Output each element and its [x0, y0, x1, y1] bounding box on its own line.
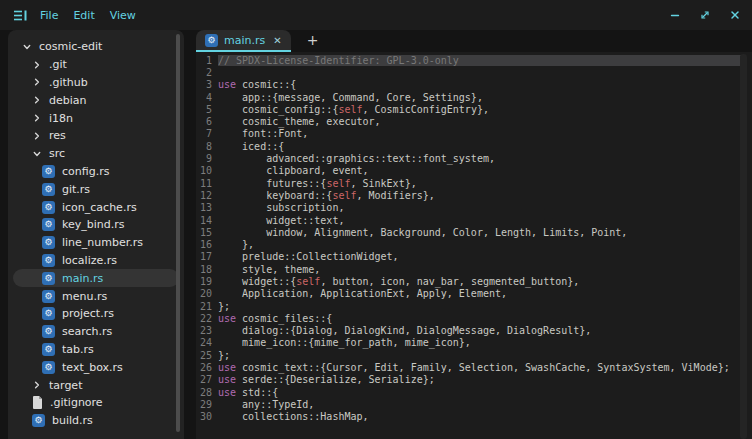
- tree-file-main.rs[interactable]: ⚙main.rs: [13, 269, 179, 287]
- line-number: 18: [198, 264, 212, 275]
- code-line[interactable]: 23 dialog::{Dialog, DialogKind, DialogMe…: [198, 325, 742, 337]
- line-number: 12: [198, 190, 212, 201]
- menu-edit[interactable]: Edit: [73, 9, 94, 22]
- line-number: 5: [198, 104, 212, 115]
- code-line[interactable]: 4 app::{message, Command, Core, Settings…: [198, 91, 742, 103]
- toggle-sidebar-icon[interactable]: [12, 8, 28, 22]
- rust-file-icon: ⚙: [205, 34, 218, 47]
- code-line[interactable]: 29 any::TypeId,: [198, 398, 742, 410]
- line-number: 13: [198, 202, 212, 213]
- tree-file-icon_cache.rs[interactable]: ⚙icon_cache.rs: [13, 198, 179, 216]
- line-number: 24: [198, 337, 212, 348]
- tree-file-search.rs[interactable]: ⚙search.rs: [13, 323, 179, 341]
- rust-file-icon: ⚙: [42, 236, 55, 249]
- line-content: use cosmic::{: [218, 79, 742, 90]
- code-line[interactable]: 22use cosmic_files::{: [198, 312, 742, 324]
- line-number: 14: [198, 215, 212, 226]
- tree-file-localize.rs[interactable]: ⚙localize.rs: [13, 252, 179, 270]
- tab-close-icon[interactable]: ✕: [273, 35, 281, 46]
- line-number: 22: [198, 313, 212, 324]
- tree-file-menu.rs[interactable]: ⚙menu.rs: [13, 287, 179, 305]
- tree-file-config.rs[interactable]: ⚙config.rs: [13, 163, 179, 181]
- line-content: futures::{self, SinkExt},: [218, 178, 742, 189]
- chevron-down-icon: [22, 42, 32, 52]
- line-content: };: [218, 301, 742, 312]
- tree-file-project.rs[interactable]: ⚙project.rs: [13, 305, 179, 323]
- code-line[interactable]: 12 keyboard::{self, Modifiers},: [198, 189, 742, 201]
- line-content: iced::{: [218, 141, 742, 152]
- menu-view[interactable]: View: [110, 9, 136, 22]
- tree-folder-.github[interactable]: .github: [13, 74, 179, 92]
- chevron-down-icon: [32, 149, 42, 159]
- tree-file-line_number.rs[interactable]: ⚙line_number.rs: [13, 234, 179, 252]
- tree-file-build.rs[interactable]: ⚙build.rs: [13, 412, 179, 430]
- code-line[interactable]: 15 window, Alignment, Background, Color,…: [198, 226, 742, 238]
- editor[interactable]: 1// SPDX-License-Identifier: GPL-3.0-onl…: [196, 52, 752, 439]
- line-content: mime_icon::{mime_for_path, mime_icon},: [218, 337, 742, 348]
- line-content: app::{message, Command, Core, Settings},: [218, 92, 742, 103]
- line-number: 28: [198, 387, 212, 398]
- code-line[interactable]: 9 advanced::graphics::text::font_system,: [198, 152, 742, 164]
- code-line[interactable]: 19 widget::{self, button, icon, nav_bar,…: [198, 275, 742, 287]
- tree-folder-debian[interactable]: debian: [13, 91, 179, 109]
- tree-file-text_box.rs[interactable]: ⚙text_box.rs: [13, 358, 179, 376]
- line-number: 27: [198, 374, 212, 385]
- file-tree: cosmic-edit.git.githubdebiani18nressrc⚙c…: [8, 38, 184, 430]
- code-line[interactable]: 14 widget::text,: [198, 214, 742, 226]
- tree-folder-target[interactable]: target: [13, 376, 179, 394]
- code-line[interactable]: 20 Application, ApplicationExt, Apply, E…: [198, 288, 742, 300]
- line-number: 9: [198, 153, 212, 164]
- tree-folder-src[interactable]: src: [13, 145, 179, 163]
- line-content: use cosmic_text::{Cursor, Edit, Family, …: [218, 362, 742, 373]
- line-number: 7: [198, 128, 212, 139]
- tree-folder-cosmic-edit[interactable]: cosmic-edit: [13, 38, 179, 56]
- tree-file-git.rs[interactable]: ⚙git.rs: [13, 180, 179, 198]
- line-content: cosmic_config::{self, CosmicConfigEntry}…: [218, 104, 742, 115]
- rust-file-icon: ⚙: [42, 201, 55, 214]
- code-line[interactable]: 2: [198, 66, 742, 78]
- tree-item-label: tab.rs: [62, 343, 94, 356]
- close-button[interactable]: [728, 8, 742, 22]
- code-line[interactable]: 16 },: [198, 238, 742, 250]
- document-icon: [32, 396, 43, 409]
- line-number: 15: [198, 227, 212, 238]
- tree-file-tab.rs[interactable]: ⚙tab.rs: [13, 341, 179, 359]
- line-number: 30: [198, 411, 212, 422]
- code-line[interactable]: 7 font::Font,: [198, 128, 742, 140]
- rust-file-icon: ⚙: [32, 414, 45, 427]
- new-tab-button[interactable]: +: [307, 30, 319, 52]
- line-content: cosmic_theme, executor,: [218, 116, 742, 127]
- line-number: 25: [198, 350, 212, 361]
- tree-file-key_bind.rs[interactable]: ⚙key_bind.rs: [13, 216, 179, 234]
- editor-pane: ⚙ main.rs ✕ + 1// SPDX-License-Identifie…: [196, 30, 752, 439]
- tab-main-rs[interactable]: ⚙ main.rs ✕: [196, 30, 291, 52]
- maximize-button[interactable]: [698, 8, 712, 22]
- code-line[interactable]: 11 futures::{self, SinkExt},: [198, 177, 742, 189]
- code-line[interactable]: 30 collections::HashMap,: [198, 411, 742, 423]
- code-line[interactable]: 3use cosmic::{: [198, 79, 742, 91]
- code-line[interactable]: 8 iced::{: [198, 140, 742, 152]
- menu-file[interactable]: File: [40, 9, 58, 22]
- menu-bar: File Edit View: [40, 9, 136, 22]
- tree-file-.gitignore[interactable]: .gitignore: [13, 394, 179, 412]
- minimize-button[interactable]: [668, 8, 682, 22]
- code-line[interactable]: 24 mime_icon::{mime_for_path, mime_icon}…: [198, 337, 742, 349]
- editor-scrollbar[interactable]: [740, 54, 747, 439]
- code-line[interactable]: 13 subscription,: [198, 202, 742, 214]
- code-line[interactable]: 28use std::{: [198, 386, 742, 398]
- code-line[interactable]: 17 prelude::CollectionWidget,: [198, 251, 742, 263]
- code-line[interactable]: 10 clipboard, event,: [198, 165, 742, 177]
- tree-folder-.git[interactable]: .git: [13, 56, 179, 74]
- code-line[interactable]: 21};: [198, 300, 742, 312]
- code-line[interactable]: 6 cosmic_theme, executor,: [198, 115, 742, 127]
- code-line[interactable]: 25};: [198, 349, 742, 361]
- tree-folder-res[interactable]: res: [13, 127, 179, 145]
- code-line[interactable]: 5 cosmic_config::{self, CosmicConfigEntr…: [198, 103, 742, 115]
- tree-folder-i18n[interactable]: i18n: [13, 109, 179, 127]
- code-line[interactable]: 18 style, theme,: [198, 263, 742, 275]
- sidebar-scrollbar[interactable]: [176, 34, 180, 432]
- code-line[interactable]: 1// SPDX-License-Identifier: GPL-3.0-onl…: [198, 54, 742, 66]
- code-line[interactable]: 27use serde::{Deserialize, Serialize};: [198, 374, 742, 386]
- line-number: 11: [198, 178, 212, 189]
- code-line[interactable]: 26use cosmic_text::{Cursor, Edit, Family…: [198, 361, 742, 373]
